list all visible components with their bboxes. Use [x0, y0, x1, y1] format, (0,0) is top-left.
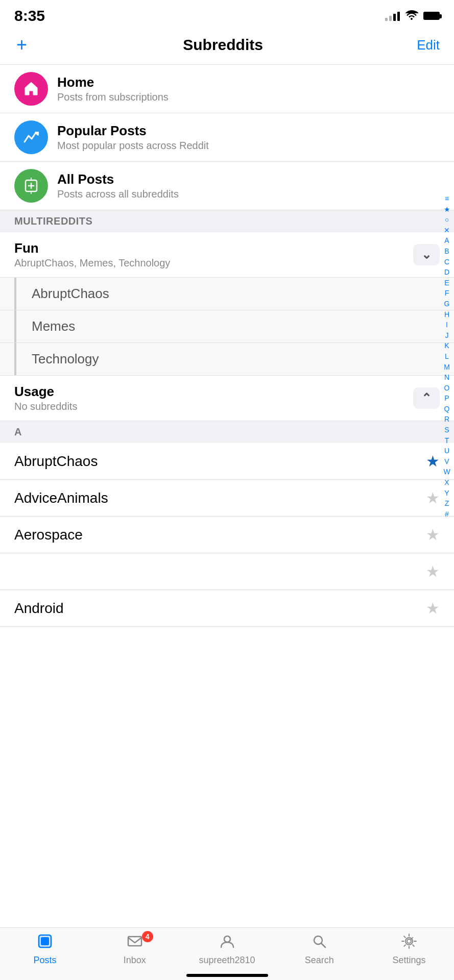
alpha-x2[interactable]: X [444, 478, 449, 488]
technology-subitem[interactable]: Technology [0, 343, 454, 376]
star-icon-empty[interactable]: ★ [426, 562, 440, 580]
home-item[interactable]: Home Posts from subscriptions [0, 65, 454, 113]
adviceanimals-item[interactable]: AdviceAnimals ★ [0, 480, 454, 517]
alpha-y[interactable]: Y [444, 488, 449, 499]
status-time: 8:35 [14, 7, 45, 24]
technology-subitem-label: Technology [32, 351, 99, 367]
alpha-j[interactable]: J [445, 331, 449, 341]
fun-multireddit[interactable]: Fun AbruptChaos, Memes, Technology [0, 232, 454, 278]
settings-icon [401, 933, 417, 953]
svg-point-5 [224, 936, 230, 942]
indent-bar [14, 310, 16, 342]
unknown-item[interactable]: ★ [0, 553, 454, 590]
alpha-n[interactable]: N [444, 373, 449, 383]
alpha-m[interactable]: M [444, 362, 450, 373]
chevron-down-icon [421, 248, 432, 262]
alpha-r[interactable]: R [444, 414, 449, 425]
profile-icon [219, 933, 235, 953]
usage-multireddit[interactable]: Usage No subreddits [0, 376, 454, 421]
svg-line-7 [321, 943, 325, 947]
star-icon-empty[interactable]: ★ [426, 489, 440, 507]
tab-settings[interactable]: Settings [384, 933, 435, 966]
alpha-hash[interactable]: # [445, 509, 449, 520]
alpha-a[interactable]: A [444, 236, 449, 246]
tab-profile[interactable]: supreeth2810 [199, 933, 255, 966]
alpha-k[interactable]: K [444, 341, 449, 351]
abruptchaos-label: AbruptChaos [14, 453, 98, 470]
alpha-u[interactable]: U [444, 446, 449, 456]
status-bar: 8:35 [0, 0, 454, 29]
alpha-z[interactable]: Z [445, 499, 449, 509]
alpha-i[interactable]: I [446, 320, 448, 330]
memes-subitem-label: Memes [32, 318, 75, 334]
posts-label: Posts [33, 955, 56, 966]
popular-item[interactable]: Popular Posts Most popular posts across … [0, 113, 454, 162]
alpha-menu[interactable]: ≡ [445, 194, 449, 204]
tab-posts[interactable]: Posts [19, 933, 70, 966]
star-icon-empty[interactable]: ★ [426, 526, 440, 544]
abruptchaos-item[interactable]: AbruptChaos ★ [0, 443, 454, 480]
adviceanimals-label: AdviceAnimals [14, 490, 108, 506]
all-name: All Posts [57, 172, 179, 187]
alpha-q[interactable]: Q [444, 404, 450, 414]
alpha-l[interactable]: L [445, 352, 449, 362]
alpha-v[interactable]: V [444, 457, 449, 467]
home-name: Home [57, 75, 169, 90]
alpha-circle[interactable]: ○ [445, 215, 449, 225]
aerospace-item[interactable]: Aerospace ★ [0, 517, 454, 553]
abruptchaos-subitem-label: AbruptChaos [32, 286, 109, 302]
alpha-g[interactable]: G [444, 299, 450, 309]
status-icons [385, 10, 440, 22]
posts-icon [37, 933, 53, 953]
fun-chevron-button[interactable] [413, 244, 440, 265]
edit-button[interactable]: Edit [417, 37, 440, 53]
inbox-label: Inbox [124, 955, 146, 966]
chevron-up-icon [421, 391, 432, 405]
alpha-e[interactable]: E [444, 278, 449, 288]
usage-name: Usage [14, 384, 77, 400]
add-button[interactable]: + [14, 34, 29, 56]
aerospace-label: Aerospace [14, 527, 83, 543]
multireddits-section-header: MULTIREDDITS [0, 210, 454, 232]
alpha-c[interactable]: C [444, 257, 449, 267]
alpha-d[interactable]: D [444, 267, 449, 278]
page-title: Subreddits [183, 36, 263, 54]
alpha-o[interactable]: O [444, 383, 450, 394]
abruptchaos-subitem[interactable]: AbruptChaos [0, 278, 454, 310]
alpha-star[interactable]: ★ [444, 205, 450, 215]
content-area: Home Posts from subscriptions Popular Po… [0, 65, 454, 688]
tab-inbox[interactable]: 4 Inbox [109, 933, 160, 966]
alpha-f[interactable]: F [445, 288, 449, 299]
alpha-b[interactable]: B [444, 247, 449, 257]
android-label: Android [14, 600, 64, 617]
inbox-badge: 4 [142, 931, 153, 942]
usage-chevron-button[interactable] [413, 387, 440, 409]
star-icon-empty[interactable]: ★ [426, 599, 440, 617]
tab-search[interactable]: Search [294, 933, 345, 966]
all-item[interactable]: All Posts Posts across all subreddits [0, 162, 454, 210]
tab-bar: Posts 4 Inbox supreeth2810 Search [0, 927, 454, 980]
alpha-w[interactable]: W [443, 467, 450, 477]
star-icon-filled[interactable]: ★ [426, 452, 440, 470]
usage-desc: No subreddits [14, 401, 77, 412]
battery-icon [423, 12, 440, 20]
svg-rect-3 [41, 937, 49, 945]
alpha-s[interactable]: S [444, 425, 449, 435]
indent-bar [14, 278, 16, 310]
inbox-icon [127, 933, 143, 953]
alpha-p[interactable]: P [444, 394, 449, 404]
popular-name: Popular Posts [57, 123, 209, 139]
fun-desc: AbruptChaos, Memes, Technology [14, 257, 170, 269]
android-item[interactable]: Android ★ [0, 590, 454, 627]
alpha-h[interactable]: H [444, 310, 449, 320]
alpha-x[interactable]: ✕ [444, 226, 450, 236]
home-desc: Posts from subscriptions [57, 91, 169, 103]
alpha-t[interactable]: T [445, 436, 449, 446]
signal-icon [385, 11, 400, 21]
all-desc: Posts across all subreddits [57, 188, 179, 200]
home-indicator [186, 974, 268, 977]
letter-a-section-header: A [0, 421, 454, 443]
memes-subitem[interactable]: Memes [0, 310, 454, 343]
header: + Subreddits Edit [0, 29, 454, 65]
indent-bar [14, 343, 16, 375]
